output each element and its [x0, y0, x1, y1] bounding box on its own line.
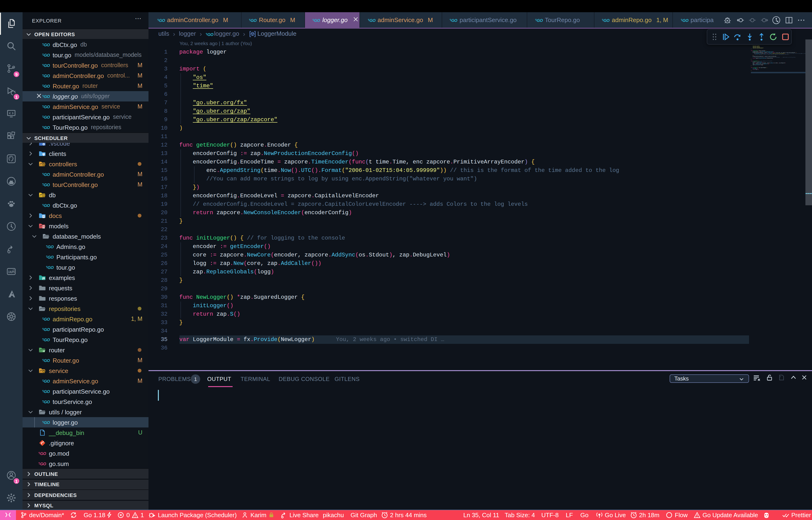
svg-text:GO: GO [369, 18, 375, 23]
svg-text:GO: GO [44, 389, 50, 394]
svg-text:GO: GO [44, 94, 50, 99]
svg-text:GO: GO [159, 18, 165, 23]
svg-text:GO: GO [44, 53, 50, 57]
svg-text:GO: GO [44, 317, 50, 321]
svg-text:GO: GO [44, 420, 50, 425]
svg-text:GO: GO [44, 43, 50, 47]
svg-text:GO: GO [48, 244, 54, 249]
svg-text:GO: GO [40, 451, 46, 456]
svg-text:GO: GO [604, 18, 609, 23]
svg-text:GO: GO [48, 255, 54, 260]
svg-text:GO: GO [314, 18, 320, 23]
svg-text:GO: GO [44, 399, 50, 404]
svg-text:GO: GO [251, 18, 257, 23]
svg-text:GO: GO [44, 379, 50, 384]
svg-text:GO: GO [207, 32, 213, 37]
svg-text:GO: GO [44, 125, 50, 130]
svg-text:GO: GO [44, 74, 50, 78]
svg-text:GO: GO [537, 18, 542, 23]
svg-text:GO: GO [44, 105, 50, 109]
svg-text:GO: GO [451, 18, 457, 23]
svg-text:GO: GO [682, 18, 688, 23]
svg-text:GO: GO [48, 265, 54, 270]
svg-text:GO: GO [44, 63, 50, 68]
svg-text:GO: GO [44, 172, 50, 177]
svg-text:/API: /API [8, 270, 15, 274]
svg-text:GO: GO [44, 338, 50, 342]
svg-text:GO: GO [44, 203, 50, 208]
svg-text:GO: GO [40, 462, 46, 466]
svg-text:GO: GO [44, 84, 50, 88]
svg-text:GO: GO [44, 182, 50, 187]
svg-text:GO: GO [44, 115, 50, 120]
svg-text:GO: GO [44, 358, 50, 363]
svg-text:GO: GO [44, 327, 50, 332]
